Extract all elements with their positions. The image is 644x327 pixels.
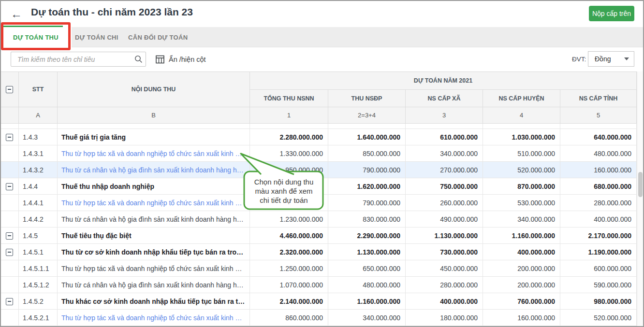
code-cell-b: B bbox=[58, 107, 250, 124]
collapse-icon[interactable] bbox=[6, 249, 13, 256]
cell-thu-nsdp: 790.000.000 bbox=[328, 195, 406, 211]
cell-ns-cap-xa: 750.000.000 bbox=[406, 178, 483, 195]
row-stt: 1.4.5.1.1 bbox=[19, 260, 58, 277]
collapse-icon[interactable] bbox=[6, 298, 13, 305]
cell-ns-cap-huyen: 200.000.000 bbox=[483, 260, 560, 277]
row-expander-cell bbox=[0, 310, 19, 326]
unit-select-value: Đồng bbox=[595, 55, 624, 63]
row-stt: 1.4.4.1 bbox=[19, 195, 58, 211]
cell-ns-cap-xa: 1.130.000.000 bbox=[406, 227, 483, 244]
row-content-name: Thuế giá trị gia tăng bbox=[58, 129, 250, 145]
row-content-name: Thu khác cơ sở kinh doanh nhập khẩu tiếp… bbox=[58, 293, 250, 310]
cell-ns-cap-xa: 490.000.000 bbox=[406, 211, 483, 227]
collapse-icon[interactable] bbox=[6, 183, 13, 190]
row-expander-cell[interactable] bbox=[0, 227, 19, 244]
row-content-name[interactable]: Thu từ cá nhân và hộ gia đình sản xuất k… bbox=[58, 162, 250, 178]
row-expander-cell[interactable] bbox=[0, 178, 19, 195]
toggle-columns-label: Ẩn /hiện cột bbox=[169, 56, 206, 63]
col-header-content: NỘI DUNG THU bbox=[58, 72, 250, 107]
vertical-scrollbar-thumb[interactable] bbox=[638, 172, 643, 197]
row-expander-cell bbox=[0, 211, 19, 227]
cell-ns-cap-huyen: 200.000.000 bbox=[483, 277, 560, 293]
cell-ns-cap-huyen: 760.000.000 bbox=[483, 293, 560, 310]
tab-bar: DỰ TOÁN THU DỰ TOÁN CHI CÂN ĐỐI DỰ TOÁN bbox=[0, 27, 644, 47]
row-stt: 1.4.3.1 bbox=[19, 145, 58, 162]
col-header-xa: NS CẤP XÃ bbox=[406, 90, 483, 107]
cell-ns-cap-xa: 450.000.000 bbox=[406, 260, 483, 277]
row-content-name[interactable]: Thu từ hợp tác xã và doanh nghiệp tổ chứ… bbox=[58, 310, 250, 326]
row-content-name[interactable]: Thu từ hợp tác xã và doanh nghiệp tổ chứ… bbox=[58, 195, 250, 211]
cell-total-nsnn: 1.070.000.000 bbox=[250, 195, 328, 211]
vertical-scrollbar-track[interactable] bbox=[637, 71, 643, 326]
row-stt: 1.4.4.2 bbox=[19, 211, 58, 227]
budget-table: STT NỘI DUNG THU DỰ TOÁN NĂM 2021 TỔNG T… bbox=[0, 71, 637, 326]
col-header-tinh: NS CẤP TỈNH bbox=[560, 90, 637, 107]
row-expander-cell[interactable] bbox=[0, 293, 19, 310]
table-row: 1.4.5.1.2 Thu từ cá nhân và hộ gia đình … bbox=[0, 277, 637, 293]
cell-ns-cap-xa: 260.000.000 bbox=[406, 195, 483, 211]
col-header-nsdp: THU NSĐP bbox=[328, 90, 406, 107]
cell-thu-nsdp: 650.000.000 bbox=[328, 260, 406, 277]
chevron-down-icon bbox=[624, 57, 629, 60]
cell-ns-cap-xa: 730.000.000 bbox=[406, 244, 483, 260]
app-window: ← Dự toán thu - chi năm 2023 lần 23 Nộp … bbox=[0, 0, 644, 327]
cell-thu-nsdp: 2.290.000.000 bbox=[328, 227, 406, 244]
toggle-columns-button[interactable]: Ẩn /hiện cột bbox=[156, 52, 206, 67]
cell-thu-nsdp: 1.620.000.000 bbox=[328, 178, 406, 195]
row-expander-cell bbox=[0, 277, 19, 293]
table-row: 1.4.5.2 Thu khác cơ sở kinh doanh nhập k… bbox=[0, 293, 637, 310]
code-cell-1: 1 bbox=[250, 107, 328, 124]
budget-table-wrap: STT NỘI DUNG THU DỰ TOÁN NĂM 2021 TỔNG T… bbox=[0, 71, 636, 326]
cell-thu-nsdp: 1.130.000.000 bbox=[328, 244, 406, 260]
cell-ns-cap-huyen: 160.000.000 bbox=[483, 310, 560, 326]
row-content-name[interactable]: Thu từ hợp tác xã và doanh nghiệp tổ chứ… bbox=[58, 145, 250, 162]
cell-ns-cap-tinh: 600.000.000 bbox=[560, 260, 637, 277]
cell-ns-cap-tinh: 160.000.000 bbox=[560, 162, 637, 178]
unit-select[interactable]: Đồng bbox=[588, 51, 634, 67]
back-button[interactable]: ← bbox=[9, 6, 24, 22]
header-expander-cell bbox=[0, 72, 19, 107]
cell-thu-nsdp: 1.160.000.000 bbox=[328, 293, 406, 310]
cell-ns-cap-tinh: 680.000.000 bbox=[560, 178, 637, 195]
partial-clipped-row bbox=[0, 124, 637, 129]
code-cell-3: 3 bbox=[406, 107, 483, 124]
code-cell-2: 2=3+4 bbox=[328, 107, 406, 124]
row-expander-cell[interactable] bbox=[0, 244, 19, 260]
cell-ns-cap-huyen: 400.000.000 bbox=[483, 244, 560, 260]
cell-total-nsnn: 1.070.000.000 bbox=[250, 277, 328, 293]
back-arrow-icon: ← bbox=[11, 7, 22, 21]
search-input[interactable] bbox=[17, 53, 131, 66]
collapse-all-icon[interactable] bbox=[6, 86, 13, 93]
cell-ns-cap-tinh: 520.000.000 bbox=[560, 310, 637, 326]
code-cell-5: 5 bbox=[560, 107, 637, 124]
collapse-icon[interactable] bbox=[6, 134, 13, 141]
cell-ns-cap-tinh: 1.190.000.000 bbox=[560, 244, 637, 260]
col-header-stt: STT bbox=[19, 72, 58, 107]
cell-total-nsnn: 2.320.000.000 bbox=[250, 244, 328, 260]
submit-to-superior-button[interactable]: Nộp cấp trên bbox=[589, 6, 634, 21]
cell-total-nsnn: 1.250.000.000 bbox=[250, 260, 328, 277]
tab-du-toan-chi[interactable]: DỰ TOÁN CHI bbox=[75, 27, 118, 47]
row-content-name: Thu từ cá nhân và hộ gia đình sản xuất k… bbox=[58, 277, 250, 293]
collapse-icon[interactable] bbox=[6, 232, 13, 240]
page-title: Dự toán thu - chi năm 2023 lần 23 bbox=[31, 6, 193, 18]
row-stt: 1.4.3 bbox=[19, 129, 58, 145]
tab-du-toan-thu[interactable]: DỰ TOÁN THU bbox=[0, 27, 72, 47]
cell-total-nsnn: 2.140.000.000 bbox=[250, 293, 328, 310]
row-expander-cell[interactable] bbox=[0, 129, 19, 145]
tab-can-doi-du-toan[interactable]: CÂN ĐỐI DỰ TOÁN bbox=[128, 27, 188, 47]
toolbar: Ẩn /hiện cột ĐVT: Đồng bbox=[0, 47, 644, 71]
cell-ns-cap-tinh: 280.000.000 bbox=[560, 195, 637, 211]
cell-total-nsnn: 4.460.000.000 bbox=[250, 227, 328, 244]
row-content-name: Thu từ cá nhân và hộ gia đình sản xuất k… bbox=[58, 211, 250, 227]
unit-label: ĐVT: bbox=[572, 56, 586, 63]
row-stt: 1.4.5.2.1 bbox=[19, 310, 58, 326]
cell-thu-nsdp: 850.000.000 bbox=[328, 145, 406, 162]
table-row: 1.4.4 Thuế thu nhập doanh nghiệp 2.300.0… bbox=[0, 178, 637, 195]
cell-total-nsnn: 1.230.000.000 bbox=[250, 211, 328, 227]
cell-ns-cap-xa: 270.000.000 bbox=[406, 162, 483, 178]
code-cell-4: 4 bbox=[483, 107, 560, 124]
search-icon[interactable] bbox=[131, 55, 146, 63]
row-stt: 1.4.5 bbox=[19, 227, 58, 244]
table-row: 1.4.5.1.1 Thu từ hợp tác xã và doanh ngh… bbox=[0, 260, 637, 277]
